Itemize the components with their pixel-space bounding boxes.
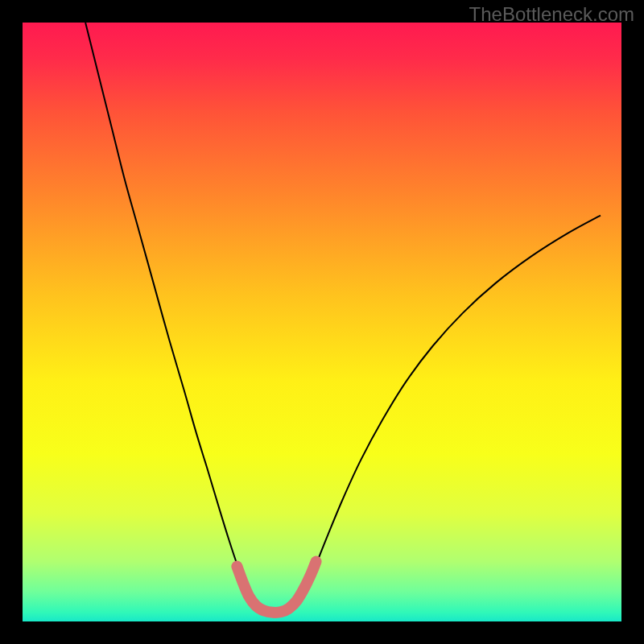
chart-svg [0, 0, 644, 644]
watermark-text: TheBottleneck.com [469, 3, 634, 26]
plot-background [23, 23, 621, 621]
bottleneck-chart: TheBottleneck.com [0, 0, 644, 644]
